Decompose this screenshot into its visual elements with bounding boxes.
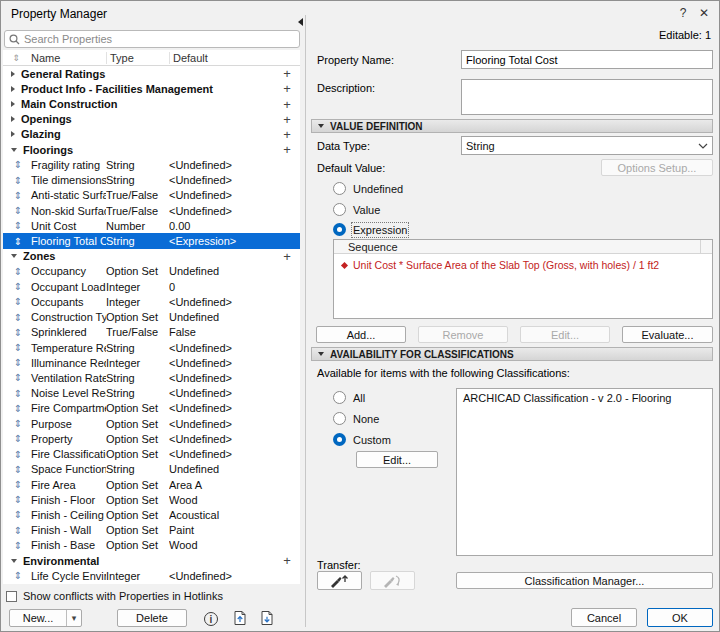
sequence-column-header[interactable]: Sequence [334, 240, 712, 254]
search-input[interactable] [24, 32, 295, 46]
close-button[interactable]: ✕ [696, 5, 712, 21]
property-name-input[interactable] [461, 50, 713, 69]
group-row[interactable]: General Ratings+ [3, 66, 300, 81]
group-row[interactable]: Glazing+ [3, 127, 300, 142]
property-row[interactable]: ⇕Noise Level Requ...String<Undefined> [3, 386, 300, 401]
add-button[interactable]: Add... [316, 326, 406, 343]
group-row[interactable]: Zones+ [3, 249, 300, 264]
group-row[interactable]: Environmental+ [3, 553, 300, 568]
disclosure-icon[interactable] [11, 148, 17, 152]
add-property-icon[interactable]: + [280, 142, 294, 157]
delete-button[interactable]: Delete [117, 609, 187, 627]
disclosure-icon[interactable] [11, 116, 15, 122]
property-type-cell: Option Set [106, 402, 169, 414]
column-type[interactable]: Type [106, 52, 169, 64]
add-property-icon[interactable]: + [280, 81, 294, 96]
classification-none-radio[interactable]: None [333, 412, 379, 425]
property-row[interactable]: ⇕Fragility ratingString<Undefined> [3, 157, 300, 172]
syringe-down-icon [382, 573, 404, 588]
classification-item[interactable]: ARCHICAD Classification - v 2.0 - Floori… [457, 389, 712, 407]
options-setup-button[interactable]: Options Setup... [601, 159, 713, 176]
property-default-cell: <Expression> [169, 235, 300, 247]
classification-custom-radio[interactable]: Custom [333, 433, 391, 446]
add-property-icon[interactable]: + [280, 112, 294, 127]
show-conflicts-checkbox[interactable] [6, 591, 17, 602]
disclosure-icon[interactable] [11, 71, 15, 77]
import-properties-button[interactable] [258, 609, 276, 627]
default-expression-radio[interactable]: Expression [333, 223, 407, 236]
availability-header[interactable]: AVAILABILITY FOR CLASSIFICATIONS [311, 347, 713, 361]
property-row[interactable]: ⇕Illuminance Requ...Integer<Undefined> [3, 355, 300, 370]
property-row[interactable]: ⇕SprinkleredTrue/FalseFalse [3, 325, 300, 340]
add-property-icon[interactable]: + [280, 127, 294, 142]
property-row[interactable]: ⇕Tile dimensionsString<Undefined> [3, 173, 300, 188]
property-row[interactable]: ⇕Life Cycle Environ...Integer<Undefined> [3, 568, 300, 583]
export-properties-button[interactable] [231, 609, 249, 627]
add-property-icon[interactable]: + [280, 553, 294, 568]
data-type-select[interactable]: String [461, 136, 713, 155]
group-row[interactable]: Openings+ [3, 112, 300, 127]
disclosure-icon[interactable] [11, 86, 15, 92]
disclosure-icon[interactable] [11, 254, 17, 258]
property-row[interactable]: ⇕OccupancyOption SetUndefined [3, 264, 300, 279]
property-row[interactable]: ⇕Unit CostNumber0.00 [3, 218, 300, 233]
panel-splitter[interactable] [305, 15, 306, 627]
default-value-radio[interactable]: Value [333, 203, 380, 216]
add-property-icon[interactable]: + [280, 97, 294, 112]
column-name[interactable]: Name [29, 52, 106, 64]
cancel-button[interactable]: Cancel [571, 608, 637, 627]
expression-row[interactable]: Unit Cost * Surface Area of the Slab Top… [334, 254, 712, 271]
group-name: Zones [23, 250, 280, 262]
property-row[interactable]: ⇕Anti-static SurfaceTrue/False<Undefined… [3, 188, 300, 203]
property-row[interactable]: ⇕Construction TypesOption SetUndefined [3, 310, 300, 325]
group-row[interactable]: Product Info - Facilities Management+ [3, 81, 300, 96]
value-definition-header[interactable]: VALUE DEFINITION [311, 119, 713, 133]
inject-parameters-button[interactable] [370, 571, 415, 590]
property-row[interactable]: ⇕Space FunctionStringUndefined [3, 462, 300, 477]
property-row[interactable]: ⇕Ventilation Rate ...String<Undefined> [3, 370, 300, 385]
new-button[interactable]: New... ▾ [9, 609, 82, 627]
column-default[interactable]: Default [169, 52, 300, 64]
property-row[interactable]: ⇕Finish - BaseOption SetWood [3, 538, 300, 553]
property-default-cell: Area A [169, 479, 300, 491]
add-property-icon[interactable]: + [280, 249, 294, 264]
radio-icon [333, 223, 346, 236]
property-row[interactable]: ⇕OccupantsInteger<Undefined> [3, 294, 300, 309]
pickup-parameters-button[interactable] [317, 571, 362, 590]
property-row[interactable]: ⇕PropertyOption Set<Undefined> [3, 431, 300, 446]
evaluate-button[interactable]: Evaluate... [622, 326, 713, 343]
edit-classifications-button[interactable]: Edit... [356, 451, 438, 468]
property-row[interactable]: ⇕PurposeOption Set<Undefined> [3, 416, 300, 431]
default-undefined-radio[interactable]: Undefined [333, 182, 403, 195]
property-row[interactable]: ⇕Fire CompartmentOption Set<Undefined> [3, 401, 300, 416]
collapse-panel-icon[interactable] [298, 18, 303, 26]
group-row[interactable]: Floorings+ [3, 142, 300, 157]
property-default-cell: Wood [169, 539, 300, 551]
property-row[interactable]: ⇕Finish - WallOption SetPaint [3, 523, 300, 538]
property-row[interactable]: ⇕Fire AreaOption SetArea A [3, 477, 300, 492]
disclosure-icon[interactable] [11, 101, 15, 107]
property-row[interactable]: ⇕Temperature Req...String<Undefined> [3, 340, 300, 355]
property-row[interactable]: ⇕Non-skid SurfaceTrue/False<Undefined> [3, 203, 300, 218]
ok-button[interactable]: OK [647, 608, 713, 627]
add-property-icon[interactable]: + [280, 66, 294, 81]
disclosure-icon[interactable] [11, 131, 15, 137]
property-row[interactable]: ⇕Fire ClassificationOption Set<Undefined… [3, 446, 300, 461]
property-row[interactable]: ⇕Finish - CeilingOption SetAcoustical [3, 507, 300, 522]
editable-badge: Editable: 1 [659, 29, 711, 41]
classification-manager-button[interactable]: Classification Manager... [456, 572, 713, 589]
new-menu-arrow-icon[interactable]: ▾ [66, 610, 81, 626]
property-row[interactable]: ⇕Occupant LoadInteger0 [3, 279, 300, 294]
edit-expression-button[interactable]: Edit... [520, 326, 610, 343]
remove-button[interactable]: Remove [418, 326, 508, 343]
help-button[interactable]: ? [675, 5, 691, 21]
info-button[interactable]: i [203, 611, 219, 627]
property-name-cell: Fire Area [29, 479, 106, 491]
description-label: Description: [317, 82, 375, 94]
property-row[interactable]: ⇕Flooring Total CostString<Expression> [3, 233, 300, 248]
description-input[interactable] [461, 79, 713, 115]
property-row[interactable]: ⇕Finish - FloorOption SetWood [3, 492, 300, 507]
disclosure-icon[interactable] [11, 559, 17, 563]
group-row[interactable]: Main Construction+ [3, 96, 300, 111]
classification-all-radio[interactable]: All [333, 391, 365, 404]
